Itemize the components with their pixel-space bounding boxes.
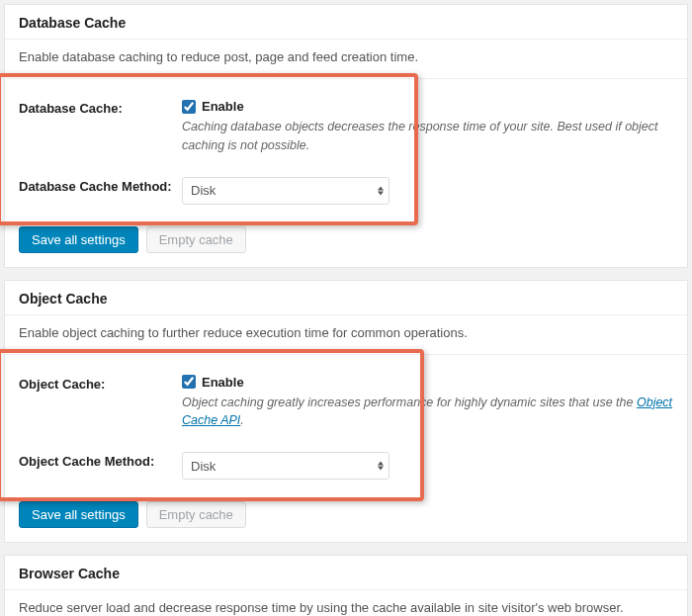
database-cache-method-label: Database Cache Method: bbox=[19, 177, 182, 194]
database-cache-section: Database Cache Enable database caching t… bbox=[4, 4, 688, 268]
database-cache-enable-label: Database Cache: bbox=[19, 99, 182, 116]
section-title: Database Cache bbox=[19, 15, 673, 31]
empty-cache-button[interactable]: Empty cache bbox=[146, 226, 246, 253]
section-header: Object Cache bbox=[5, 281, 687, 315]
browser-cache-section: Browser Cache Reduce server load and dec… bbox=[4, 555, 688, 616]
database-cache-help: Caching database objects decreases the r… bbox=[182, 118, 673, 155]
object-cache-method-select[interactable]: Disk bbox=[182, 452, 389, 480]
object-cache-help: Object caching greatly increases perform… bbox=[182, 394, 673, 431]
empty-cache-button[interactable]: Empty cache bbox=[146, 501, 246, 528]
checkbox-label: Enable bbox=[202, 99, 244, 114]
section-header: Browser Cache bbox=[5, 556, 687, 590]
save-all-settings-button[interactable]: Save all settings bbox=[19, 501, 138, 528]
object-cache-method-label: Object Cache Method: bbox=[19, 452, 182, 469]
object-cache-section: Object Cache Enable object caching to fu… bbox=[4, 280, 688, 544]
save-all-settings-button[interactable]: Save all settings bbox=[19, 226, 138, 253]
section-title: Browser Cache bbox=[19, 566, 673, 581]
section-description: Reduce server load and decrease response… bbox=[5, 590, 687, 616]
section-title: Object Cache bbox=[19, 291, 673, 307]
object-cache-enable-checkbox[interactable] bbox=[182, 375, 196, 389]
object-cache-enable-label: Object Cache: bbox=[19, 375, 182, 392]
database-cache-enable-checkbox[interactable] bbox=[182, 100, 196, 114]
checkbox-label: Enable bbox=[202, 375, 244, 390]
section-description: Enable object caching to further reduce … bbox=[5, 315, 687, 355]
section-header: Database Cache bbox=[5, 5, 687, 40]
section-description: Enable database caching to reduce post, … bbox=[5, 40, 687, 79]
database-cache-method-select[interactable]: Disk bbox=[182, 177, 389, 205]
